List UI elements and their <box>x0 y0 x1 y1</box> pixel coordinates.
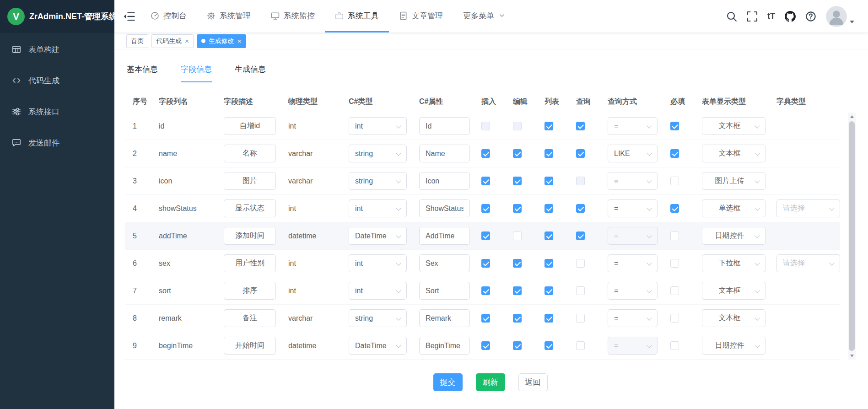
user-menu[interactable] <box>826 6 854 27</box>
query-checkbox[interactable] <box>576 314 585 323</box>
insert-checkbox[interactable] <box>481 177 490 185</box>
sidebar-fold-icon[interactable] <box>123 11 135 22</box>
csharp-type-select[interactable]: int <box>349 117 407 135</box>
list-checkbox[interactable] <box>545 259 553 268</box>
close-icon[interactable] <box>237 38 242 44</box>
list-checkbox[interactable] <box>545 177 553 185</box>
list-checkbox[interactable] <box>545 122 553 130</box>
insert-checkbox[interactable] <box>481 204 490 213</box>
csharp-property-input[interactable] <box>419 145 470 162</box>
csharp-property-input[interactable] <box>419 309 470 327</box>
query-checkbox[interactable] <box>576 177 585 185</box>
list-checkbox[interactable] <box>545 231 553 240</box>
nav-item-system-monitor[interactable]: 系统监控 <box>261 0 325 32</box>
csharp-type-select[interactable]: string <box>349 309 407 327</box>
search-icon[interactable] <box>726 11 737 22</box>
display-type-select[interactable]: 文本框 <box>702 309 766 327</box>
insert-checkbox[interactable] <box>481 286 490 295</box>
query-type-select[interactable]: = <box>608 117 658 135</box>
nav-item-article-manage[interactable]: 文章管理 <box>389 0 453 32</box>
edit-checkbox[interactable] <box>513 122 522 130</box>
csharp-property-input[interactable] <box>419 282 470 300</box>
description-input[interactable] <box>224 254 276 272</box>
csharp-type-select[interactable]: DateTime <box>349 227 407 245</box>
edit-checkbox[interactable] <box>513 204 522 213</box>
list-checkbox[interactable] <box>545 314 553 323</box>
csharp-property-input[interactable] <box>419 337 470 355</box>
nav-item-more-menu[interactable]: 更多菜单 <box>453 0 516 32</box>
nav-item-system-manage[interactable]: 系统管理 <box>197 0 261 32</box>
description-input[interactable] <box>224 145 276 162</box>
required-checkbox[interactable] <box>670 286 679 295</box>
tag-home[interactable]: 首页 <box>126 34 148 48</box>
csharp-type-select[interactable]: int <box>349 282 407 300</box>
help-icon[interactable] <box>805 11 816 22</box>
scroll-down-icon[interactable] <box>848 352 856 360</box>
insert-checkbox[interactable] <box>481 341 490 350</box>
required-checkbox[interactable] <box>670 231 679 240</box>
required-checkbox[interactable] <box>670 177 679 185</box>
sidebar-item-send-mail[interactable]: 发送邮件 <box>0 127 114 158</box>
query-type-select[interactable]: = <box>608 254 658 272</box>
edit-checkbox[interactable] <box>513 341 522 350</box>
insert-checkbox[interactable] <box>481 122 490 130</box>
refresh-button[interactable]: 刷新 <box>476 373 505 391</box>
table-scrollbar[interactable] <box>848 113 856 360</box>
display-type-select[interactable]: 图片上传 <box>702 172 766 190</box>
display-type-select[interactable]: 日期控件 <box>702 337 766 355</box>
sidebar-item-system-api[interactable]: 系统接口 <box>0 96 114 127</box>
query-checkbox[interactable] <box>576 231 585 240</box>
query-type-select[interactable]: = <box>608 282 658 300</box>
description-input[interactable] <box>224 172 276 190</box>
required-checkbox[interactable] <box>670 204 679 213</box>
query-type-select[interactable]: = <box>608 337 658 355</box>
required-checkbox[interactable] <box>670 149 679 158</box>
display-type-select[interactable]: 文本框 <box>702 145 766 162</box>
list-checkbox[interactable] <box>545 341 553 350</box>
dict-type-select[interactable]: 请选择 <box>776 199 840 217</box>
csharp-property-input[interactable] <box>419 172 470 190</box>
required-checkbox[interactable] <box>670 122 679 130</box>
query-type-select[interactable]: = <box>608 309 658 327</box>
edit-checkbox[interactable] <box>513 231 522 240</box>
tag-gen-edit[interactable]: 生成修改 <box>197 34 246 48</box>
query-checkbox[interactable] <box>576 204 585 213</box>
insert-checkbox[interactable] <box>481 149 490 158</box>
nav-item-system-tools[interactable]: 系统工具 <box>325 0 389 32</box>
github-icon[interactable] <box>785 11 796 22</box>
edit-checkbox[interactable] <box>513 149 522 158</box>
description-input[interactable] <box>224 337 276 355</box>
edit-checkbox[interactable] <box>513 259 522 268</box>
dict-type-select[interactable]: 请选择 <box>776 254 840 272</box>
query-checkbox[interactable] <box>576 122 585 130</box>
insert-checkbox[interactable] <box>481 231 490 240</box>
required-checkbox[interactable] <box>670 314 679 323</box>
csharp-property-input[interactable] <box>419 117 470 135</box>
insert-checkbox[interactable] <box>481 259 490 268</box>
edit-checkbox[interactable] <box>513 286 522 295</box>
required-checkbox[interactable] <box>670 259 679 268</box>
query-type-select[interactable]: = <box>608 172 658 190</box>
display-type-select[interactable]: 单选框 <box>702 199 766 217</box>
tab-gen-info[interactable]: 生成信息 <box>235 64 266 82</box>
query-type-select[interactable]: = <box>608 199 658 217</box>
csharp-type-select[interactable]: string <box>349 172 407 190</box>
description-input[interactable] <box>224 227 276 245</box>
sidebar-item-form-build[interactable]: 表单构建 <box>0 34 114 65</box>
description-input[interactable] <box>224 282 276 300</box>
csharp-property-input[interactable] <box>419 199 470 217</box>
scrollbar-thumb[interactable] <box>849 121 855 351</box>
list-checkbox[interactable] <box>545 149 553 158</box>
display-type-select[interactable]: 日期控件 <box>702 227 766 245</box>
csharp-property-input[interactable] <box>419 227 470 245</box>
list-checkbox[interactable] <box>545 286 553 295</box>
close-icon[interactable] <box>185 38 189 44</box>
query-type-select[interactable]: LIKE <box>608 145 658 162</box>
query-checkbox[interactable] <box>576 149 585 158</box>
query-type-select[interactable]: = <box>608 227 658 245</box>
query-checkbox[interactable] <box>576 341 585 350</box>
insert-checkbox[interactable] <box>481 314 490 323</box>
edit-checkbox[interactable] <box>513 314 522 323</box>
back-button[interactable]: 返回 <box>518 373 548 391</box>
tab-field-info[interactable]: 字段信息 <box>181 64 212 82</box>
